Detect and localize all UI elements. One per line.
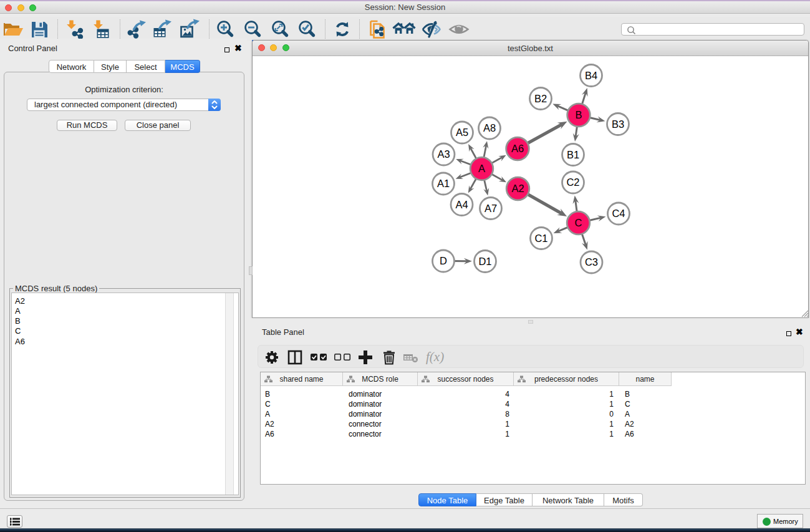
svg-text:C3: C3 xyxy=(585,256,598,268)
svg-text:A8: A8 xyxy=(483,122,496,133)
svg-text:A5: A5 xyxy=(456,127,468,138)
svg-text:B: B xyxy=(575,109,582,120)
svg-text:A: A xyxy=(478,163,485,174)
svg-text:C4: C4 xyxy=(612,208,625,219)
svg-text:A4: A4 xyxy=(455,199,468,210)
svg-text:A7: A7 xyxy=(485,203,497,214)
svg-text:A2: A2 xyxy=(511,183,524,194)
svg-text:A1: A1 xyxy=(437,178,450,189)
svg-text:C: C xyxy=(575,217,582,228)
svg-text:C2: C2 xyxy=(566,177,579,188)
svg-text:C1: C1 xyxy=(534,233,547,244)
svg-text:B2: B2 xyxy=(534,93,547,104)
svg-text:D1: D1 xyxy=(478,256,491,267)
svg-text:A3: A3 xyxy=(437,148,450,160)
svg-text:B4: B4 xyxy=(585,70,597,81)
svg-text:D: D xyxy=(440,255,447,266)
svg-text:A6: A6 xyxy=(511,143,524,154)
svg-text:B1: B1 xyxy=(567,149,579,160)
svg-text:B3: B3 xyxy=(612,118,624,130)
